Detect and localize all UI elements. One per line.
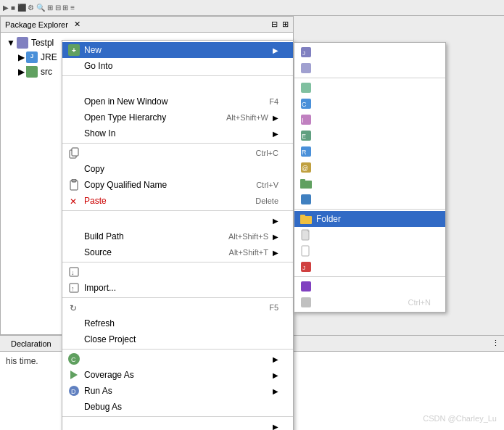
submenu-label-java-working-set: Java Working Set <box>316 194 431 204</box>
svg-marker-37 <box>70 371 78 379</box>
build-path-icon <box>68 215 80 226</box>
arrow-source: ▶ <box>273 233 278 241</box>
svg-text:J: J <box>302 50 305 57</box>
menu-item-show-in[interactable]: Open Type Hierarchy Alt+Shift+W ▶ <box>62 109 293 125</box>
arrow-show-in: ▶ <box>273 114 278 122</box>
svg-text:D: D <box>71 388 76 395</box>
tree-label-src: src <box>41 67 52 77</box>
submenu-item-interface[interactable]: I Interface <box>294 112 445 128</box>
src-icon <box>26 66 38 78</box>
submenu-label-untitled: Untitled Text File <box>316 246 431 256</box>
submenu-item-project[interactable]: Project... <box>294 60 445 76</box>
menu-item-copy-qualified[interactable]: Copy <box>62 161 293 177</box>
menu-item-open-new-window[interactable] <box>62 78 293 94</box>
menu-item-team[interactable]: ▶ <box>62 418 293 430</box>
submenu-label-junit: JUnit Test Case <box>316 262 431 272</box>
menu-item-import[interactable]: ↓ <box>62 264 293 280</box>
menu-item-show-local-terminal[interactable]: Show In ▶ <box>62 125 293 141</box>
menu-item-source[interactable]: Build Path Alt+Shift+S ▶ <box>62 228 293 244</box>
menu-item-export[interactable]: ↑ Import... <box>62 280 293 296</box>
panel-title: Package Explorer <box>5 20 68 29</box>
menu-item-refactor[interactable]: Source Alt+Shift+T ▶ <box>62 244 293 260</box>
menu-item-close-project[interactable]: Refresh <box>62 315 293 331</box>
main-toolbar: ▶ ■ ⬛ ⚙ 🔍 ⊞ ⊟ ⊞ ≡ <box>0 0 504 16</box>
menu-label-type-hierarchy: Open in New Window <box>84 96 269 107</box>
svg-rect-18 <box>300 215 305 218</box>
menu-sep-4 <box>62 262 293 262</box>
submenu-label-java-project: Java Project <box>316 47 431 57</box>
menu-item-restore-history[interactable]: Debug As <box>62 399 293 415</box>
panel-max-icon[interactable]: ⊞ <box>282 20 289 29</box>
arrow-team: ▶ <box>273 423 278 431</box>
assign-working-icon <box>68 334 80 345</box>
panel-min-icon[interactable]: ⊟ <box>271 20 278 29</box>
svg-text:@: @ <box>302 165 308 172</box>
menu-item-debug-as[interactable]: D Run As ▶ <box>62 383 293 399</box>
other-icon <box>300 297 312 308</box>
menu-label-paste: Copy Qualified Name <box>84 180 256 190</box>
submenu-sep-1 <box>294 78 445 78</box>
submenu-item-enum[interactable]: E Enum <box>294 128 445 144</box>
menu-item-assign-working[interactable]: Close Project <box>62 331 293 347</box>
submenu-item-java-project[interactable]: J Java Project <box>294 44 445 60</box>
tab-declaration[interactable]: Declaration <box>4 337 58 350</box>
menu-item-type-hierarchy[interactable]: Open in New Window F4 <box>62 94 293 109</box>
menu-sep-2 <box>62 143 293 144</box>
menu-item-run-as[interactable]: Coverage As ▶ <box>62 367 293 383</box>
watermark-text: CSDN @Charley_Lu <box>423 414 497 423</box>
refactor-icon <box>68 247 80 258</box>
svg-rect-3 <box>301 83 311 93</box>
submenu-item-untitled[interactable]: Untitled Text File <box>294 243 445 259</box>
svg-rect-28 <box>72 179 76 182</box>
shortcut-refresh: F5 <box>269 303 278 312</box>
menu-sep-1 <box>62 75 293 76</box>
submenu-item-package[interactable]: Package <box>294 80 445 96</box>
shortcut-delete: Delete <box>255 197 278 205</box>
menu-item-delete[interactable]: ✕ Paste Delete <box>62 193 293 209</box>
menu-label-assign-working: Close Project <box>84 334 278 344</box>
menu-label-export: Import... <box>84 283 278 293</box>
submenu-item-annotation[interactable]: @ Annotation <box>294 160 445 175</box>
arrow-local-terminal: ▶ <box>273 130 278 138</box>
console-text: his time. <box>6 356 38 366</box>
untitled-icon <box>300 245 312 257</box>
menu-label-show-local-terminal: Show In <box>84 128 268 138</box>
menu-item-build-path[interactable]: ▶ <box>62 212 293 228</box>
svg-rect-2 <box>301 63 311 73</box>
menu-item-refresh[interactable]: ↻ F5 <box>62 299 293 315</box>
submenu-item-class[interactable]: C Class <box>294 96 445 112</box>
submenu-sep-3 <box>294 276 445 277</box>
menu-item-coverage-as[interactable]: C ▶ <box>62 351 293 367</box>
submenu-item-folder[interactable]: Folder <box>294 211 445 227</box>
menu-item-new[interactable]: + New ▶ J Java Project Project... <box>62 42 293 58</box>
close-project-icon <box>68 318 80 329</box>
submenu-label-class: Class <box>316 99 431 109</box>
paste-icon <box>68 179 80 191</box>
shortcut-refactor: Alt+Shift+T <box>229 248 268 257</box>
show-in-icon <box>68 112 80 123</box>
shortcut-paste: Ctrl+V <box>256 181 278 189</box>
panel-close-icon[interactable]: ✕ <box>74 20 80 29</box>
menu-item-paste[interactable]: Copy Qualified Name Ctrl+V <box>62 177 293 193</box>
submenu-item-example[interactable]: Example... <box>294 278 445 294</box>
menu-item-go-into[interactable]: Go Into <box>62 58 293 74</box>
arrow-coverage: ▶ <box>273 355 278 363</box>
menu-item-copy[interactable]: Ctrl+C <box>62 145 293 161</box>
menu-label-go-into: Go Into <box>84 61 278 71</box>
submenu-item-file[interactable]: File <box>294 227 445 243</box>
submenu-label-enum: Enum <box>316 131 431 141</box>
svg-text:I: I <box>302 117 304 124</box>
annotation-icon: @ <box>300 162 312 173</box>
open-window-icon <box>68 80 80 91</box>
jre-icon: J <box>26 51 38 63</box>
submenu-item-source-folder[interactable]: Source Folder <box>294 175 445 191</box>
submenu-item-record[interactable]: R Record <box>294 144 445 160</box>
submenu-item-junit[interactable]: J JUnit Test Case <box>294 259 445 275</box>
submenu-item-other[interactable]: Other... Ctrl+N <box>294 294 445 310</box>
submenu-item-java-working-set[interactable]: Java Working Set <box>294 191 445 207</box>
svg-text:✕: ✕ <box>70 197 77 207</box>
menu-label-refactor: Source <box>84 247 229 257</box>
panel-options-icon[interactable]: ⋮ <box>492 339 500 348</box>
junit-icon: J <box>300 261 312 273</box>
menu-label-delete: Paste <box>84 196 255 206</box>
